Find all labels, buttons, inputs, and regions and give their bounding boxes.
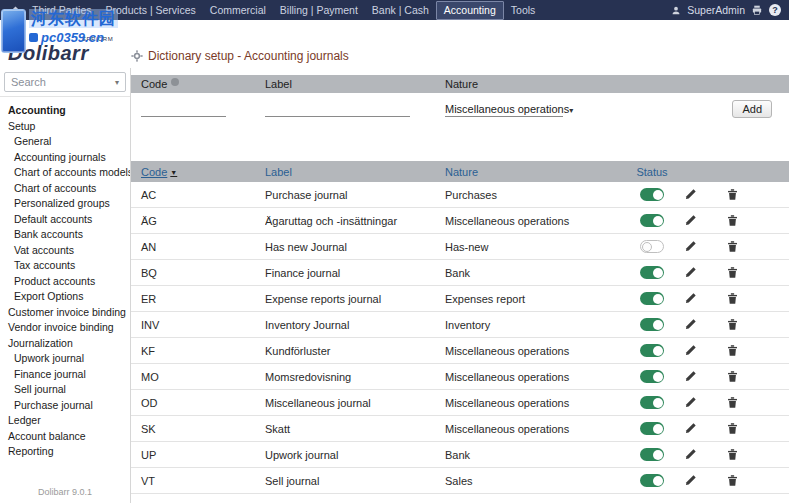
label-input[interactable] (265, 101, 410, 117)
delete-button[interactable] (726, 422, 739, 435)
user-icon (671, 5, 681, 16)
sidebar-item[interactable]: Customer invoice binding (0, 305, 130, 321)
table-row: MO Momsredovisning Miscellaneous operati… (131, 364, 789, 390)
delete-button[interactable] (726, 344, 739, 357)
edit-button[interactable] (684, 266, 697, 279)
col-code-link[interactable]: Code▼ (141, 166, 177, 178)
status-toggle[interactable] (640, 396, 664, 409)
status-toggle[interactable] (640, 370, 664, 383)
delete-button[interactable] (726, 240, 739, 253)
delete-button[interactable] (726, 448, 739, 461)
pencil-icon (684, 474, 697, 487)
status-toggle[interactable] (640, 188, 664, 201)
status-toggle[interactable] (640, 240, 664, 253)
sidebar-item[interactable]: Chart of accounts (0, 181, 130, 197)
edit-button[interactable] (684, 240, 697, 253)
delete-button[interactable] (726, 474, 739, 487)
cell-label: Sell journal (265, 475, 445, 487)
sidebar-item[interactable]: Product accounts (0, 274, 130, 290)
edit-button[interactable] (684, 318, 697, 331)
edit-button[interactable] (684, 396, 697, 409)
sidebar-item[interactable]: Account balance (0, 429, 130, 445)
sidebar-item[interactable]: Purchase journal (0, 398, 130, 414)
sidebar-item[interactable]: Accounting journals (0, 150, 130, 166)
sidebar-item[interactable]: Sell journal (0, 382, 130, 398)
trash-icon (726, 188, 739, 201)
edit-button[interactable] (684, 474, 697, 487)
col-nature-link[interactable]: Nature (445, 166, 478, 178)
delete-button[interactable] (726, 214, 739, 227)
help-badge-icon[interactable] (171, 78, 179, 86)
sidebar-item[interactable]: General (0, 134, 130, 150)
add-button[interactable]: Add (732, 100, 772, 118)
sidebar-item[interactable]: Chart of accounts models (0, 165, 130, 181)
nature-select[interactable]: Miscellaneous operations ▾ (445, 100, 563, 117)
cell-label: Finance journal (265, 267, 445, 279)
cell-code: ÄG (131, 215, 265, 227)
header-band: ERP/CRM Dolibarr Dictionary setup - Acco… (0, 20, 789, 68)
cell-code: SK (131, 423, 265, 435)
edit-button[interactable] (684, 370, 697, 383)
cell-label: Purchase journal (265, 189, 445, 201)
col-status-link[interactable]: Status (636, 166, 667, 178)
topnav-item[interactable]: Commercial (203, 0, 273, 20)
cell-nature: Miscellaneous operations (445, 215, 635, 227)
topnav-item[interactable]: Tools (504, 0, 543, 20)
search-select[interactable]: Search ▾ (4, 72, 126, 92)
topnav-item[interactable]: Billing | Payment (273, 0, 365, 20)
sidebar-item[interactable]: Accounting (0, 103, 130, 119)
status-toggle[interactable] (640, 292, 664, 305)
col-label-link[interactable]: Label (265, 166, 292, 178)
cell-code: INV (131, 319, 265, 331)
sidebar-item[interactable]: Ledger (0, 413, 130, 429)
sidebar-item[interactable]: Personalized groups (0, 196, 130, 212)
edit-button[interactable] (684, 448, 697, 461)
topnav-item[interactable]: Bank | Cash (365, 0, 436, 20)
status-toggle[interactable] (640, 448, 664, 461)
sidebar-item[interactable]: Export Options (0, 289, 130, 305)
dictionary-add-row: Miscellaneous operations ▾ Add (131, 93, 789, 123)
sidebar-item[interactable]: Vendor invoice binding (0, 320, 130, 336)
help-icon[interactable] (769, 4, 781, 16)
code-input[interactable] (141, 101, 226, 117)
cell-nature: Miscellaneous operations (445, 371, 635, 383)
chevron-down-icon: ▾ (569, 106, 573, 115)
table-row: AC Purchase journal Purchases (131, 182, 789, 208)
edit-button[interactable] (684, 292, 697, 305)
topnav-item[interactable]: Accounting (436, 1, 504, 20)
status-toggle[interactable] (640, 474, 664, 487)
status-toggle[interactable] (640, 266, 664, 279)
table-row: OD Miscellaneous journal Miscellaneous o… (131, 390, 789, 416)
sidebar-item[interactable]: Bank accounts (0, 227, 130, 243)
delete-button[interactable] (726, 292, 739, 305)
delete-button[interactable] (726, 266, 739, 279)
edit-button[interactable] (684, 344, 697, 357)
sidebar-item[interactable]: Setup (0, 119, 130, 135)
sidebar-item[interactable]: Upwork journal (0, 351, 130, 367)
edit-button[interactable] (684, 188, 697, 201)
table-row: INV Inventory Journal Inventory (131, 312, 789, 338)
sidebar-item[interactable]: Journalization (0, 336, 130, 352)
status-toggle[interactable] (640, 344, 664, 357)
sidebar-item[interactable]: Finance journal (0, 367, 130, 383)
status-toggle[interactable] (640, 214, 664, 227)
delete-button[interactable] (726, 318, 739, 331)
sidebar-item[interactable]: Default accounts (0, 212, 130, 228)
cell-code: VT (131, 475, 265, 487)
sidebar-item[interactable]: Reporting (0, 444, 130, 460)
delete-button[interactable] (726, 370, 739, 383)
cell-label: Inventory Journal (265, 319, 445, 331)
delete-button[interactable] (726, 188, 739, 201)
status-toggle[interactable] (640, 318, 664, 331)
pencil-icon (684, 396, 697, 409)
delete-button[interactable] (726, 396, 739, 409)
status-toggle[interactable] (640, 422, 664, 435)
main-content: Code Label Nature Miscellaneous operatio… (131, 68, 789, 503)
edit-button[interactable] (684, 422, 697, 435)
pencil-icon (684, 448, 697, 461)
user-name[interactable]: SuperAdmin (687, 4, 745, 16)
edit-button[interactable] (684, 214, 697, 227)
sidebar-item[interactable]: Vat accounts (0, 243, 130, 259)
printer-icon[interactable] (751, 5, 763, 16)
sidebar-item[interactable]: Tax accounts (0, 258, 130, 274)
